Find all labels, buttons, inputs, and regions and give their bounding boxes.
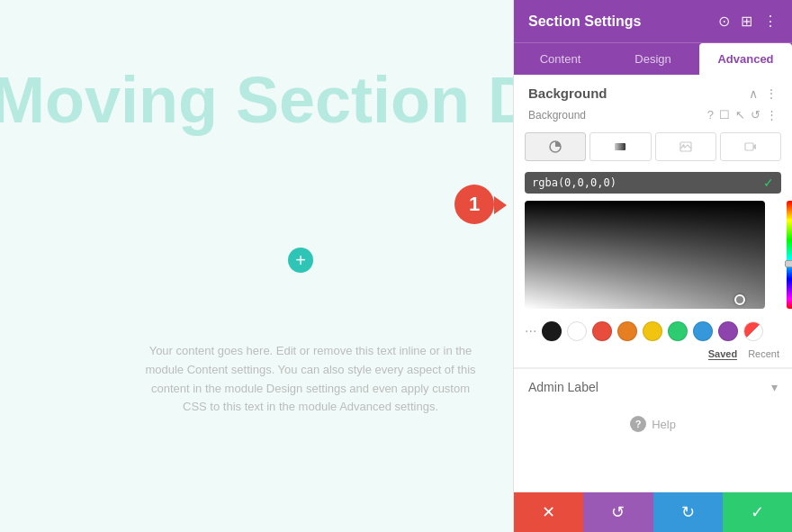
canvas-area: Moving Section Divi + Your content goes …: [0, 0, 513, 532]
swatch-purple[interactable]: [718, 321, 738, 341]
recent-tab[interactable]: Recent: [748, 348, 779, 360]
redo-button[interactable]: ↻: [653, 492, 723, 532]
background-section: Background ∧ ⋮ Background ? ☐ ↖ ↺ ⋮: [514, 75, 792, 368]
panel-tabs: Content Design Advanced: [514, 42, 792, 75]
image-icon: [680, 140, 692, 153]
color-value-text: rgba(0,0,0,0): [532, 176, 763, 189]
section-header-controls: ∧ ⋮: [749, 86, 778, 101]
swatch-blue[interactable]: [693, 321, 713, 341]
more-options-icon[interactable]: ⋮: [763, 13, 778, 30]
background-section-title: Background: [528, 86, 608, 101]
color-input-box[interactable]: rgba(0,0,0,0) ✓: [525, 172, 781, 194]
more-swatches-icon[interactable]: ···: [525, 323, 536, 339]
section-settings-panel: Section Settings ⊙ ⊞ ⋮ Content Design Ad…: [513, 0, 792, 532]
gradient-saturation-field[interactable]: [525, 201, 765, 309]
collapse-icon[interactable]: ∧: [749, 86, 758, 101]
swatch-yellow[interactable]: [643, 321, 662, 341]
color-picker-area[interactable]: [525, 201, 781, 309]
tab-content[interactable]: Content: [514, 43, 607, 75]
bg-type-image-btn[interactable]: [655, 132, 716, 161]
panel-header-icons: ⊙ ⊞ ⋮: [718, 13, 778, 30]
panel-body: Background ∧ ⋮ Background ? ☐ ↖ ↺ ⋮: [514, 75, 792, 491]
saved-tab[interactable]: Saved: [708, 348, 737, 360]
bg-type-color-btn[interactable]: [525, 132, 586, 161]
undo-icon: ↺: [611, 502, 625, 522]
help-circle-icon: ?: [630, 416, 646, 432]
background-section-header: Background ∧ ⋮: [514, 75, 792, 104]
add-section-button[interactable]: +: [288, 248, 313, 273]
bg-more-icon[interactable]: ⋮: [766, 108, 778, 122]
save-button[interactable]: ✓: [723, 492, 792, 532]
help-row[interactable]: ? Help: [514, 405, 792, 443]
bg-type-video-btn[interactable]: [720, 132, 781, 161]
gradient-icon: [614, 140, 626, 153]
tab-design[interactable]: Design: [607, 43, 699, 75]
panel-title: Section Settings: [528, 14, 641, 30]
hue-slider[interactable]: [787, 201, 792, 309]
svg-rect-0: [615, 143, 626, 150]
swatch-black[interactable]: [542, 321, 562, 341]
tab-advanced[interactable]: Advanced: [699, 43, 792, 75]
step-arrow: [494, 196, 507, 214]
undo-button[interactable]: ↺: [583, 492, 652, 532]
background-type-row: [514, 129, 792, 168]
color-confirm-icon[interactable]: ✓: [763, 176, 774, 190]
color-fill-icon: [549, 140, 562, 153]
help-label: Help: [652, 418, 676, 431]
swatch-green[interactable]: [668, 321, 688, 341]
bg-type-gradient-btn[interactable]: [590, 132, 651, 161]
color-swatches-row: ···: [514, 316, 792, 347]
plus-icon: +: [295, 250, 306, 271]
canvas-content-text: Your content goes here. Edit or remove t…: [144, 342, 477, 417]
responsive-icon[interactable]: ⊙: [718, 13, 730, 30]
saved-recent-row: Saved Recent: [514, 347, 792, 367]
cancel-button[interactable]: ✕: [514, 492, 583, 532]
admin-label-row[interactable]: Admin Label ▾: [514, 368, 792, 405]
help-tooltip-icon[interactable]: ?: [707, 108, 714, 122]
admin-label-chevron-icon: ▾: [771, 380, 778, 394]
mobile-icon[interactable]: ☐: [719, 108, 730, 122]
reset-icon[interactable]: ↺: [751, 108, 760, 122]
section-more-icon[interactable]: ⋮: [765, 86, 778, 101]
background-sub-icons: ? ☐ ↖ ↺ ⋮: [707, 108, 778, 122]
swatch-orange[interactable]: [617, 321, 637, 341]
color-input-row: rgba(0,0,0,0) ✓: [514, 168, 792, 201]
panel-header: Section Settings ⊙ ⊞ ⋮: [514, 0, 792, 42]
layout-icon[interactable]: ⊞: [741, 13, 752, 30]
panel-footer: ✕ ↺ ↻ ✓: [514, 491, 792, 532]
swatch-red[interactable]: [592, 321, 612, 341]
background-sub-row: Background ? ☐ ↖ ↺ ⋮: [514, 104, 792, 129]
swatch-white[interactable]: [567, 321, 587, 341]
cancel-icon: ✕: [542, 502, 555, 522]
save-icon: ✓: [751, 502, 764, 522]
redo-icon: ↻: [681, 502, 695, 522]
video-icon: [744, 140, 757, 153]
admin-label-text: Admin Label: [528, 380, 598, 394]
svg-rect-3: [745, 143, 753, 150]
swatch-none[interactable]: [743, 321, 763, 341]
hue-thumb[interactable]: [785, 260, 792, 267]
step-indicator: 1: [454, 185, 494, 224]
color-picker-thumb[interactable]: [734, 294, 745, 305]
background-sub-label: Background: [528, 109, 586, 122]
canvas-title: Moving Section Divi: [0, 63, 513, 137]
cursor-icon[interactable]: ↖: [735, 108, 745, 122]
step-number: 1: [469, 193, 480, 216]
